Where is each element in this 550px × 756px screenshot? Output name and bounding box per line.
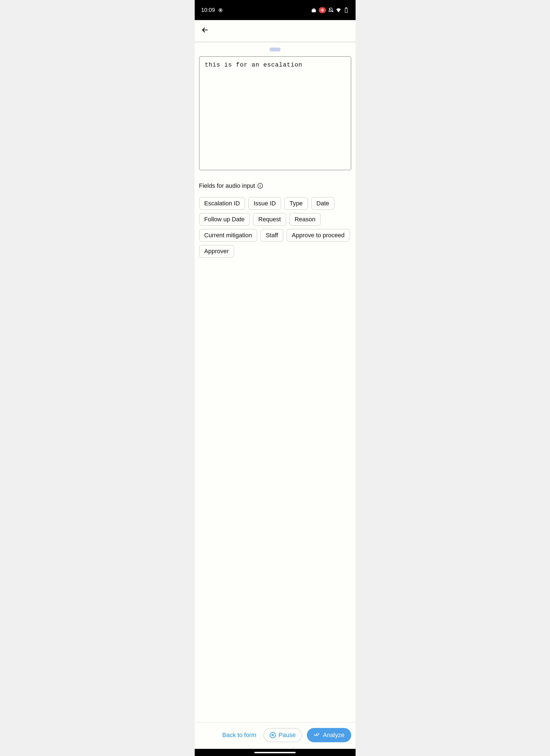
back-arrow-icon[interactable] (201, 26, 208, 35)
chip-escalation-id[interactable]: Escalation ID (199, 197, 245, 210)
chip-type[interactable]: Type (285, 197, 308, 210)
pause-label: Pause (279, 732, 296, 739)
top-nav (195, 20, 356, 42)
pause-icon (270, 732, 276, 738)
back-to-form-button[interactable]: Back to form (220, 729, 258, 741)
analyze-label: Analyze (323, 732, 344, 739)
svg-rect-7 (346, 8, 347, 8)
field-chips-container: Escalation ID Issue ID Type Date Follow … (199, 197, 351, 258)
target-icon (218, 7, 223, 13)
main-content: this is for an escalation Fields for aud… (195, 42, 356, 722)
chip-issue-id[interactable]: Issue ID (248, 197, 281, 210)
phone-frame: 10:09 (195, 0, 356, 756)
record-icon (319, 7, 326, 13)
svg-point-5 (322, 9, 323, 11)
chip-approver[interactable]: Approver (199, 245, 234, 258)
system-nav-bar (195, 749, 356, 756)
briefcase-icon (311, 7, 317, 13)
transcription-text: this is for an escalation (205, 62, 303, 68)
svg-rect-2 (312, 9, 316, 12)
svg-rect-3 (313, 9, 315, 9)
chip-follow-up-date[interactable]: Follow up Date (199, 213, 250, 226)
chip-current-mitigation[interactable]: Current mitigation (199, 229, 257, 242)
transcription-textarea[interactable]: this is for an escalation (199, 56, 351, 170)
chip-reason[interactable]: Reason (289, 213, 321, 226)
status-time: 10:09 (201, 7, 215, 13)
wifi-icon (336, 7, 341, 13)
svg-rect-6 (345, 8, 347, 13)
status-bar: 10:09 (195, 0, 356, 20)
chip-date[interactable]: Date (311, 197, 335, 210)
chip-request[interactable]: Request (253, 213, 286, 226)
status-left: 10:09 (201, 7, 223, 13)
status-right (311, 7, 349, 13)
home-handle[interactable] (254, 752, 296, 753)
fields-label-text: Fields for audio input (199, 182, 255, 189)
bottom-action-bar: Back to form Pause Analyze (195, 722, 356, 749)
info-icon[interactable]: i (257, 183, 263, 189)
chip-approve-to-proceed[interactable]: Approve to proceed (287, 229, 350, 242)
check-all-icon (314, 732, 320, 739)
notifications-off-icon (328, 7, 334, 13)
svg-point-1 (220, 9, 221, 11)
pause-button[interactable]: Pause (263, 728, 302, 742)
battery-icon (344, 7, 349, 13)
fields-section-label: Fields for audio input i (199, 182, 351, 189)
analyze-button[interactable]: Analyze (307, 728, 351, 742)
chip-staff[interactable]: Staff (260, 229, 283, 242)
drag-handle[interactable] (269, 48, 281, 51)
